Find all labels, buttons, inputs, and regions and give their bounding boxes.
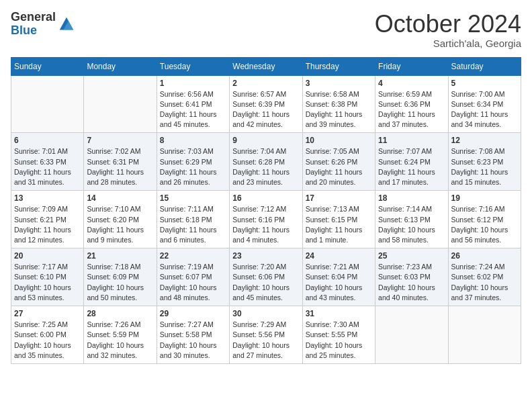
day-number: 18 (378, 193, 445, 203)
calendar-day-cell: 13Sunrise: 7:09 AMSunset: 6:21 PMDayligh… (11, 191, 84, 248)
calendar-day-cell: 11Sunrise: 7:07 AMSunset: 6:24 PMDayligh… (375, 133, 448, 191)
day-info: Sunrise: 7:29 AMSunset: 5:56 PMDaylight:… (232, 320, 299, 361)
calendar-day-cell: 30Sunrise: 7:29 AMSunset: 5:56 PMDayligh… (230, 306, 302, 364)
calendar-week-row: 13Sunrise: 7:09 AMSunset: 6:21 PMDayligh… (11, 191, 521, 248)
day-info: Sunrise: 7:02 AMSunset: 6:31 PMDaylight:… (87, 146, 153, 187)
day-info: Sunrise: 6:56 AMSunset: 6:41 PMDaylight:… (160, 89, 226, 130)
calendar-week-row: 20Sunrise: 7:17 AMSunset: 6:10 PMDayligh… (11, 248, 521, 306)
day-number: 28 (87, 309, 153, 318)
logo-text: General Blue (11, 11, 56, 38)
calendar-day-cell: 12Sunrise: 7:08 AMSunset: 6:23 PMDayligh… (448, 133, 521, 191)
day-number: 23 (232, 251, 299, 261)
calendar-day-cell: 24Sunrise: 7:21 AMSunset: 6:04 PMDayligh… (302, 248, 375, 306)
calendar-day-cell: 4Sunrise: 6:59 AMSunset: 6:36 PMDaylight… (375, 75, 448, 133)
day-number: 22 (160, 251, 226, 261)
calendar-day-cell: 17Sunrise: 7:13 AMSunset: 6:15 PMDayligh… (302, 191, 375, 248)
day-info: Sunrise: 6:59 AMSunset: 6:36 PMDaylight:… (378, 89, 445, 130)
day-number: 30 (232, 309, 299, 318)
day-info: Sunrise: 7:24 AMSunset: 6:02 PMDaylight:… (451, 262, 518, 303)
location: Sartich'ala, Georgia (375, 38, 521, 49)
day-number: 27 (14, 309, 81, 318)
day-number: 29 (160, 309, 226, 318)
weekday-header-friday: Friday (375, 57, 448, 75)
calendar-day-cell: 23Sunrise: 7:20 AMSunset: 6:06 PMDayligh… (230, 248, 302, 306)
day-info: Sunrise: 7:00 AMSunset: 6:34 PMDaylight:… (451, 89, 518, 130)
calendar-day-cell (84, 75, 157, 133)
day-number: 3 (306, 79, 372, 88)
calendar-day-cell: 6Sunrise: 7:01 AMSunset: 6:33 PMDaylight… (11, 133, 84, 191)
day-info: Sunrise: 7:14 AMSunset: 6:13 PMDaylight:… (378, 204, 445, 245)
calendar-day-cell: 29Sunrise: 7:27 AMSunset: 5:58 PMDayligh… (157, 306, 229, 364)
day-number: 17 (306, 193, 372, 203)
calendar-day-cell: 16Sunrise: 7:12 AMSunset: 6:16 PMDayligh… (230, 191, 302, 248)
weekday-header-wednesday: Wednesday (230, 57, 302, 75)
day-info: Sunrise: 7:19 AMSunset: 6:07 PMDaylight:… (160, 262, 226, 303)
calendar-day-cell: 3Sunrise: 6:58 AMSunset: 6:38 PMDaylight… (302, 75, 375, 133)
day-number: 10 (306, 136, 372, 145)
calendar-day-cell: 31Sunrise: 7:30 AMSunset: 5:55 PMDayligh… (302, 306, 375, 364)
weekday-header-row: SundayMondayTuesdayWednesdayThursdayFrid… (11, 57, 521, 75)
calendar-day-cell (11, 75, 84, 133)
day-number: 1 (160, 79, 226, 88)
calendar-day-cell: 22Sunrise: 7:19 AMSunset: 6:07 PMDayligh… (157, 248, 229, 306)
weekday-header-sunday: Sunday (11, 57, 84, 75)
calendar-week-row: 1Sunrise: 6:56 AMSunset: 6:41 PMDaylight… (11, 75, 521, 133)
calendar-day-cell: 8Sunrise: 7:03 AMSunset: 6:29 PMDaylight… (157, 133, 229, 191)
title-block: October 2024 Sartich'ala, Georgia (375, 11, 521, 49)
day-info: Sunrise: 7:05 AMSunset: 6:26 PMDaylight:… (306, 146, 372, 187)
day-number: 12 (451, 136, 518, 145)
calendar-day-cell: 1Sunrise: 6:56 AMSunset: 6:41 PMDaylight… (157, 75, 229, 133)
day-info: Sunrise: 7:10 AMSunset: 6:20 PMDaylight:… (87, 204, 153, 245)
day-number: 25 (378, 251, 445, 261)
month-title: October 2024 (375, 11, 521, 38)
calendar-day-cell: 26Sunrise: 7:24 AMSunset: 6:02 PMDayligh… (448, 248, 521, 306)
day-number: 14 (87, 193, 153, 203)
day-number: 16 (232, 193, 299, 203)
day-number: 4 (378, 79, 445, 88)
day-info: Sunrise: 7:27 AMSunset: 5:58 PMDaylight:… (160, 320, 226, 361)
calendar-day-cell: 5Sunrise: 7:00 AMSunset: 6:34 PMDaylight… (448, 75, 521, 133)
day-number: 13 (14, 193, 81, 203)
calendar-day-cell: 18Sunrise: 7:14 AMSunset: 6:13 PMDayligh… (375, 191, 448, 248)
day-number: 19 (451, 193, 518, 203)
calendar-day-cell: 25Sunrise: 7:23 AMSunset: 6:03 PMDayligh… (375, 248, 448, 306)
day-info: Sunrise: 7:07 AMSunset: 6:24 PMDaylight:… (378, 146, 445, 187)
calendar-week-row: 6Sunrise: 7:01 AMSunset: 6:33 PMDaylight… (11, 133, 521, 191)
day-number: 11 (378, 136, 445, 145)
day-number: 2 (232, 79, 299, 88)
day-info: Sunrise: 6:58 AMSunset: 6:38 PMDaylight:… (306, 89, 372, 130)
page-header: General Blue October 2024 Sartich'ala, G… (11, 11, 521, 49)
day-number: 7 (87, 136, 153, 145)
day-info: Sunrise: 6:57 AMSunset: 6:39 PMDaylight:… (232, 89, 299, 130)
day-number: 8 (160, 136, 226, 145)
calendar-day-cell (448, 306, 521, 364)
day-info: Sunrise: 7:25 AMSunset: 6:00 PMDaylight:… (14, 320, 81, 361)
calendar-day-cell: 2Sunrise: 6:57 AMSunset: 6:39 PMDaylight… (230, 75, 302, 133)
day-info: Sunrise: 7:13 AMSunset: 6:15 PMDaylight:… (306, 204, 372, 245)
day-number: 31 (306, 309, 372, 318)
day-number: 21 (87, 251, 153, 261)
calendar-week-row: 27Sunrise: 7:25 AMSunset: 6:00 PMDayligh… (11, 306, 521, 364)
calendar-day-cell: 7Sunrise: 7:02 AMSunset: 6:31 PMDaylight… (84, 133, 157, 191)
weekday-header-tuesday: Tuesday (157, 57, 229, 75)
day-number: 15 (160, 193, 226, 203)
calendar-day-cell: 10Sunrise: 7:05 AMSunset: 6:26 PMDayligh… (302, 133, 375, 191)
day-info: Sunrise: 7:20 AMSunset: 6:06 PMDaylight:… (232, 262, 299, 303)
day-info: Sunrise: 7:23 AMSunset: 6:03 PMDaylight:… (378, 262, 445, 303)
weekday-header-monday: Monday (84, 57, 157, 75)
day-info: Sunrise: 7:30 AMSunset: 5:55 PMDaylight:… (306, 320, 372, 361)
logo-icon (57, 15, 76, 34)
day-info: Sunrise: 7:12 AMSunset: 6:16 PMDaylight:… (232, 204, 299, 245)
calendar-day-cell: 15Sunrise: 7:11 AMSunset: 6:18 PMDayligh… (157, 191, 229, 248)
weekday-header-saturday: Saturday (448, 57, 521, 75)
calendar-day-cell: 28Sunrise: 7:26 AMSunset: 5:59 PMDayligh… (84, 306, 157, 364)
day-info: Sunrise: 7:04 AMSunset: 6:28 PMDaylight:… (232, 146, 299, 187)
day-number: 26 (451, 251, 518, 261)
day-number: 20 (14, 251, 81, 261)
day-info: Sunrise: 7:01 AMSunset: 6:33 PMDaylight:… (14, 146, 81, 187)
day-info: Sunrise: 7:16 AMSunset: 6:12 PMDaylight:… (451, 204, 518, 245)
day-info: Sunrise: 7:18 AMSunset: 6:09 PMDaylight:… (87, 262, 153, 303)
day-number: 5 (451, 79, 518, 88)
calendar-day-cell: 20Sunrise: 7:17 AMSunset: 6:10 PMDayligh… (11, 248, 84, 306)
day-info: Sunrise: 7:03 AMSunset: 6:29 PMDaylight:… (160, 146, 226, 187)
